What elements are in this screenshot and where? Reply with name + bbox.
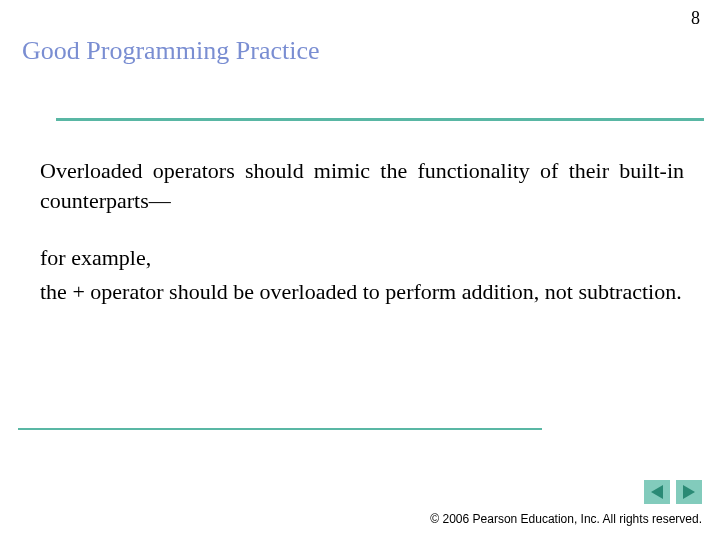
triangle-right-icon xyxy=(683,485,695,499)
divider-top xyxy=(56,118,704,121)
paragraph-1: Overloaded operators should mimic the fu… xyxy=(40,156,684,215)
page-number: 8 xyxy=(691,8,700,29)
body-text: Overloaded operators should mimic the fu… xyxy=(40,156,684,307)
svg-marker-1 xyxy=(683,485,695,499)
copyright: © 2006 Pearson Education, Inc. All right… xyxy=(430,512,702,526)
paragraph-2: for example, xyxy=(40,243,684,273)
next-button[interactable] xyxy=(676,480,702,504)
triangle-left-icon xyxy=(651,485,663,499)
svg-marker-0 xyxy=(651,485,663,499)
paragraph-3: the + operator should be overloaded to p… xyxy=(40,277,684,307)
nav-buttons xyxy=(644,480,702,504)
slide-title: Good Programming Practice xyxy=(22,36,320,66)
divider-bottom xyxy=(18,428,542,430)
prev-button[interactable] xyxy=(644,480,670,504)
